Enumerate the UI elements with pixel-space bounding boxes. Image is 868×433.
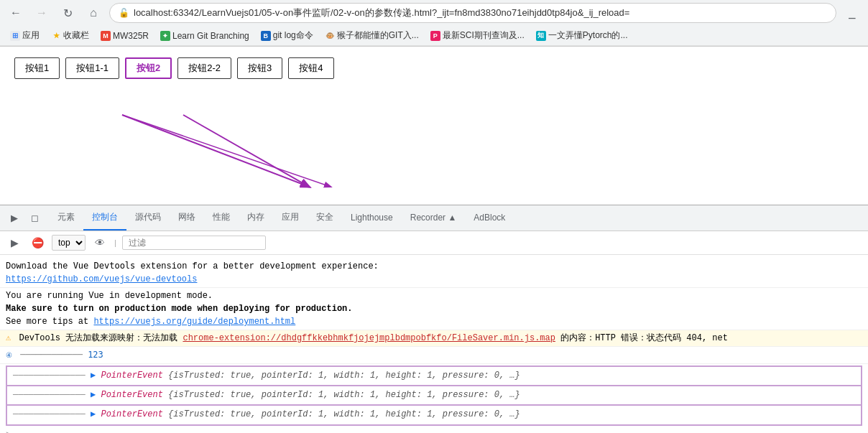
btn3[interactable]: 按钮3 <box>237 57 282 79</box>
bookmark-monkey-git[interactable]: 🐵 猴子都能懂的GIT入... <box>320 28 423 43</box>
warning-text2: 的内容：HTTP 错误：状态代码 404, net <box>560 333 728 343</box>
tab-elements[interactable]: 元素 <box>49 205 83 231</box>
bookmark-label: 最新SCI期刊查询及... <box>443 29 525 42</box>
lock-icon: 🔓 <box>119 8 129 18</box>
tab-adblock[interactable]: AdBlock <box>465 207 514 230</box>
bookmark-label: 猴子都能懂的GIT入... <box>337 29 419 42</box>
devtools-panel: ▶ ◻ 元素 控制台 源代码 网络 性能 内存 应用 安全 Lighthouse… <box>0 205 868 433</box>
apps-icon: ⊞ <box>10 31 20 41</box>
nav-bar: ← → ↻ ⌂ 🔓 localhost:63342/LearnVuejs01/0… <box>0 0 868 26</box>
triangle-3[interactable]: ▶ <box>91 409 101 419</box>
deployment-link[interactable]: https://vuejs.org/guide/deployment.html <box>93 317 295 327</box>
tab-console[interactable]: 控制台 <box>83 205 126 231</box>
tab-network[interactable]: 网络 <box>170 205 204 231</box>
git-log-icon: B <box>261 31 271 41</box>
devtools-text: Download the Vue Devtools extension for … <box>6 261 379 271</box>
learn-git-icon: ✦ <box>160 31 170 41</box>
bottom-caret: > <box>6 430 11 433</box>
address-bar[interactable]: 🔓 localhost:63342/LearnVuejs01/05-v-on事件… <box>109 3 836 23</box>
console-line-devmode: You are running Vue in development mode.… <box>0 288 868 330</box>
tab-security[interactable]: 安全 <box>308 205 342 231</box>
tab-application[interactable]: 应用 <box>273 205 308 231</box>
bookmark-sci[interactable]: P 最新SCI期刊查询及... <box>426 28 529 43</box>
btn1-1[interactable]: 按钮1-1 <box>65 57 119 79</box>
dashes-2: ────────────── <box>13 390 86 400</box>
bookmark-git-log[interactable]: B git log命令 <box>257 28 318 43</box>
devtools-control-icons: ▶ ◻ <box>6 210 43 227</box>
dashes: ──────────── <box>20 350 88 360</box>
main-content: 按钮1 按钮1-1 按钮2 按钮2-2 按钮3 按钮4 <box>0 47 868 190</box>
devtools-tabs: ▶ ◻ 元素 控制台 源代码 网络 性能 内存 应用 安全 Lighthouse… <box>0 205 868 231</box>
bookmark-apps[interactable]: ⊞ 应用 <box>6 28 44 43</box>
pointer-events-container: ────────────── ▶ PointerEvent {isTrusted… <box>6 366 862 426</box>
context-select[interactable]: top <box>52 235 86 251</box>
device-toolbar-icon[interactable]: ◻ <box>26 210 43 227</box>
console-toolbar: ▶ ⛔ top 👁 | <box>0 231 868 255</box>
warning-icon: ⚠ <box>6 333 11 343</box>
bookmark-label: Learn Git Branching <box>172 31 249 41</box>
bookmark-label: MW325R <box>113 31 149 41</box>
console-output: Download the Vue Devtools extension for … <box>0 255 868 433</box>
btn1[interactable]: 按钮1 <box>14 57 60 79</box>
buttons-row: 按钮1 按钮1-1 按钮2 按钮2-2 按钮3 按钮4 <box>14 57 854 79</box>
bookmark-mw325r[interactable]: M MW325R <box>96 29 153 42</box>
btn4[interactable]: 按钮4 <box>288 57 333 79</box>
forward-button[interactable]: → <box>32 3 52 23</box>
pytorch-icon: 知 <box>536 31 546 41</box>
console-line-devtools: Download the Vue Devtools extension for … <box>0 258 868 288</box>
tab-performance[interactable]: 性能 <box>204 205 239 231</box>
console-bottom-line: > <box>0 427 868 433</box>
warning-text: DevTools 无法加载来源映射：无法加载 <box>19 333 183 343</box>
monkey-icon: 🐵 <box>325 31 335 41</box>
tab-memory[interactable]: 内存 <box>239 205 273 231</box>
sci-icon: P <box>430 31 440 41</box>
mw325r-icon: M <box>101 31 111 41</box>
dashes-1: ────────────── <box>13 371 86 381</box>
circle-number: ④ <box>6 352 12 360</box>
browser-chrome: ← → ↻ ⌂ 🔓 localhost:63342/LearnVuejs01/0… <box>0 0 868 47</box>
pointer-event-row-2: ────────────── ▶ PointerEvent {isTrusted… <box>6 386 862 405</box>
triangle-1[interactable]: ▶ <box>91 371 101 381</box>
devtools-link[interactable]: https://github.com/vuejs/vue-devtools <box>6 274 197 284</box>
error-link[interactable]: chrome-extension://dhdgffkkebhmkfjojejmp… <box>183 333 555 343</box>
bookmark-learn-git[interactable]: ✦ Learn Git Branching <box>156 29 254 42</box>
eye-icon[interactable]: 👁 <box>91 234 108 251</box>
tab-lighthouse[interactable]: Lighthouse <box>342 207 402 230</box>
event-text-3: PointerEvent {isTrusted: true, pointerId… <box>101 409 520 419</box>
console-line-numbered: ④ ──────────── 123 <box>0 347 868 364</box>
bookmarks-bar: ⊞ 应用 ★ 收藏栏 M MW325R ✦ Learn Git Branchin… <box>0 26 868 46</box>
tab-source[interactable]: 源代码 <box>126 205 170 231</box>
back-button[interactable]: ← <box>6 3 26 23</box>
btn2[interactable]: 按钮2 <box>125 57 172 79</box>
devmode-text1: You are running Vue in development mode.… <box>6 291 352 327</box>
event-text-2: PointerEvent {isTrusted: true, pointerId… <box>101 390 520 400</box>
event-text-1: PointerEvent {isTrusted: true, pointerId… <box>101 371 520 381</box>
url-text: localhost:63342/LearnVuejs01/05-v-on事件监听… <box>134 6 629 19</box>
value-123: 123 <box>88 350 103 360</box>
pointer-event-row-3: ────────────── ▶ PointerEvent {isTrusted… <box>6 405 862 424</box>
bookmark-label: 一文弄懂Pytorch的... <box>548 29 628 42</box>
extensions-button[interactable]: ⎯ <box>842 3 862 23</box>
btn2-2[interactable]: 按钮2-2 <box>177 57 231 79</box>
console-line-warning: ⚠ DevTools 无法加载来源映射：无法加载 chrome-extensio… <box>0 330 868 347</box>
collection-icon: ★ <box>51 31 61 41</box>
ban-icon[interactable]: ⛔ <box>29 234 46 251</box>
tab-recorder[interactable]: Recorder ▲ <box>402 207 466 230</box>
bookmark-label: 应用 <box>22 29 40 42</box>
dashes-3: ────────────── <box>13 409 86 419</box>
filter-input[interactable] <box>122 236 266 250</box>
run-icon[interactable]: ▶ <box>6 234 23 251</box>
home-button[interactable]: ⌂ <box>83 3 103 23</box>
triangle-2[interactable]: ▶ <box>91 390 101 400</box>
main-content-wrapper: 按钮1 按钮1-1 按钮2 按钮2-2 按钮3 按钮4 <box>0 47 868 205</box>
reload-button[interactable]: ↻ <box>57 3 78 23</box>
bookmark-label: git log命令 <box>273 29 313 42</box>
bookmark-pytorch[interactable]: 知 一文弄懂Pytorch的... <box>532 28 632 43</box>
pointer-event-row-1: ────────────── ▶ PointerEvent {isTrusted… <box>6 366 862 386</box>
bookmark-label: 收藏栏 <box>63 29 89 42</box>
bookmark-collection[interactable]: ★ 收藏栏 <box>47 28 93 43</box>
inspect-element-icon[interactable]: ▶ <box>6 210 23 227</box>
